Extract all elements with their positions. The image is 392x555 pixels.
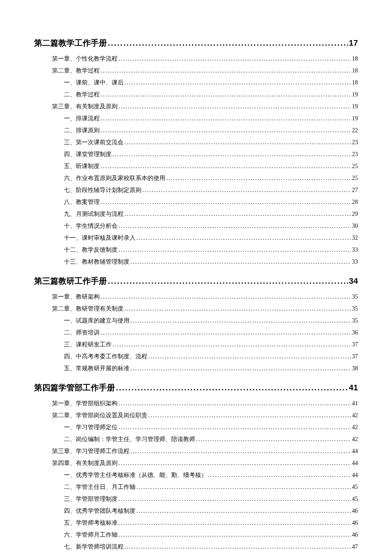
toc-label: 五、听课制度 — [64, 160, 100, 172]
toc-label: 一、试题库的建立与使用 — [64, 315, 130, 327]
toc-entry: 五、常规教研开展的标准38 — [64, 363, 358, 375]
toc-entry: 八、教案管理28 — [64, 196, 358, 208]
toc-page-number: 47 — [352, 541, 358, 553]
toc-entry: 第二章、学管部岗位设置及岗位职责42 — [52, 410, 358, 421]
toc-label: 四、课堂管理制度 — [64, 148, 112, 160]
toc-entry: 十一、课时审核及课时录入32 — [64, 232, 358, 244]
toc-label: 三、学管部管理制度 — [64, 493, 118, 505]
toc-leader-dots — [136, 481, 351, 493]
toc-leader-dots — [142, 184, 351, 196]
toc-leader-dots — [124, 541, 351, 553]
toc-page-number: 46 — [352, 505, 358, 517]
toc-leader-dots — [166, 172, 351, 184]
toc-leader-dots — [112, 339, 351, 351]
toc-page-number: 46 — [352, 529, 358, 541]
toc-entry: 第四篇学管部工作手册41 — [34, 382, 358, 393]
toc-leader-dots — [101, 160, 351, 172]
toc-label: 四、优秀学管团队考核制度 — [64, 505, 135, 517]
toc-entry: 一、试题库的建立与使用35 — [64, 315, 358, 327]
toc-page-number: 27 — [352, 184, 358, 196]
toc-page-number: 38 — [352, 363, 358, 375]
toc-entry: 七、阶段性辅导计划制定原则27 — [64, 184, 358, 196]
toc-page-number: 42 — [352, 421, 358, 433]
toc-leader-dots — [124, 303, 351, 315]
toc-leader-dots — [124, 77, 351, 89]
toc-page-number: 18 — [352, 65, 358, 77]
toc-leader-dots — [108, 38, 348, 48]
toc-entry: 五、学管师考核标准46 — [64, 517, 358, 529]
toc-page-number: 35 — [352, 303, 358, 315]
toc-label: 第二章、教研管理有关制度 — [52, 303, 124, 315]
toc-label: 六、作业布置原则及家校联系本的使用 — [64, 172, 165, 184]
toc-leader-dots — [118, 53, 351, 65]
toc-entry: 二、岗位编制：学管主任、学习管理师、陪读教师42 — [64, 433, 358, 445]
toc-entry: 第三章、学习管理师工作流程44 — [52, 445, 358, 457]
toc-entry: 四、课堂管理制度23 — [64, 148, 358, 160]
toc-page-number: 25 — [352, 160, 358, 172]
toc-label: 二、排课原则 — [64, 125, 100, 137]
toc-label: 二、师资培训 — [64, 327, 100, 339]
toc-page-number: 47 — [352, 553, 358, 555]
toc-leader-dots — [118, 101, 351, 113]
toc-label: 二、教学过程 — [64, 89, 100, 101]
toc-leader-dots — [118, 244, 351, 256]
toc-label: 三、第一次课前交流会 — [64, 137, 124, 148]
toc-entry: 三、学管部管理制度45 — [64, 493, 358, 505]
toc-leader-dots — [118, 493, 351, 505]
toc-leader-dots — [136, 553, 351, 555]
toc-page-number: 18 — [352, 53, 358, 65]
toc-label: 十三、教材教辅管理制度 — [64, 256, 130, 268]
toc-page-number: 41 — [352, 398, 358, 410]
toc-entry: 第四章、有关制度及原则44 — [52, 457, 358, 469]
toc-leader-dots — [148, 351, 351, 363]
toc-leader-dots — [101, 327, 351, 339]
toc-leader-dots — [124, 208, 351, 220]
toc-leader-dots — [101, 113, 351, 125]
toc-page-number: 30 — [352, 220, 358, 232]
toc-entry: 六、作业布置原则及家校联系本的使用25 — [64, 172, 358, 184]
toc-leader-dots — [208, 469, 351, 481]
toc-page-number: 19 — [352, 113, 358, 125]
toc-page-number: 32 — [352, 232, 358, 244]
toc-page-number: 33 — [352, 244, 358, 256]
toc-label: 七、阶段性辅导计划制定原则 — [64, 184, 141, 196]
toc-label: 一、学习管理师定位 — [64, 421, 118, 433]
toc-leader-dots — [101, 89, 351, 101]
toc-leader-dots — [130, 315, 351, 327]
toc-entry: 四、优秀学管团队考核制度46 — [64, 505, 358, 517]
toc-label: 第一章、个性化教学流程 — [52, 53, 118, 65]
toc-page-number: 44 — [352, 469, 358, 481]
toc-leader-dots — [118, 529, 351, 541]
toc-label: 六、学管师月工作轴 — [64, 529, 118, 541]
toc-label: 九、月测试制度与流程 — [64, 208, 124, 220]
toc-page-number: 33 — [352, 256, 358, 268]
toc-page-number: 29 — [352, 208, 358, 220]
toc-label: 第二章、学管部岗位设置及岗位职责 — [52, 410, 147, 421]
toc-label: 一、优秀学管主任考核标准（从德、能、勤、绩考核） — [64, 469, 207, 481]
toc-entry: 二、教学过程19 — [64, 89, 358, 101]
toc-entry: 第三章、有关制度及原则19 — [52, 101, 358, 113]
toc-page-number: 42 — [352, 410, 358, 421]
toc-leader-dots — [116, 383, 348, 392]
toc-leader-dots — [118, 517, 351, 529]
toc-leader-dots — [118, 457, 351, 469]
toc-label: 八、陪读教室学生管理制度 — [64, 553, 135, 555]
toc-entry: 九、月测试制度与流程29 — [64, 208, 358, 220]
toc-page-number: 34 — [349, 276, 358, 286]
toc-entry: 十、学生情况分析会30 — [64, 220, 358, 232]
toc-label: 二、学管主任日、月工作轴 — [64, 481, 135, 493]
toc-label: 五、学管师考核标准 — [64, 517, 118, 529]
toc-page-number: 44 — [352, 445, 358, 457]
toc-label: 一、课前、课中、课后 — [64, 77, 124, 89]
toc-entry: 十三、教材教辅管理制度33 — [64, 256, 358, 268]
toc-page-number: 45 — [352, 481, 358, 493]
toc-label: 八、教案管理 — [64, 196, 100, 208]
toc-leader-dots — [118, 220, 351, 232]
toc-label: 第四章、有关制度及原则 — [52, 457, 118, 469]
toc-leader-dots — [101, 125, 351, 137]
toc-leader-dots — [101, 196, 351, 208]
toc-leader-dots — [101, 65, 351, 77]
toc-entry: 二、排课原则22 — [64, 125, 358, 137]
toc-entry: 第一章、个性化教学流程18 — [52, 53, 358, 65]
toc-entry: 五、听课制度25 — [64, 160, 358, 172]
